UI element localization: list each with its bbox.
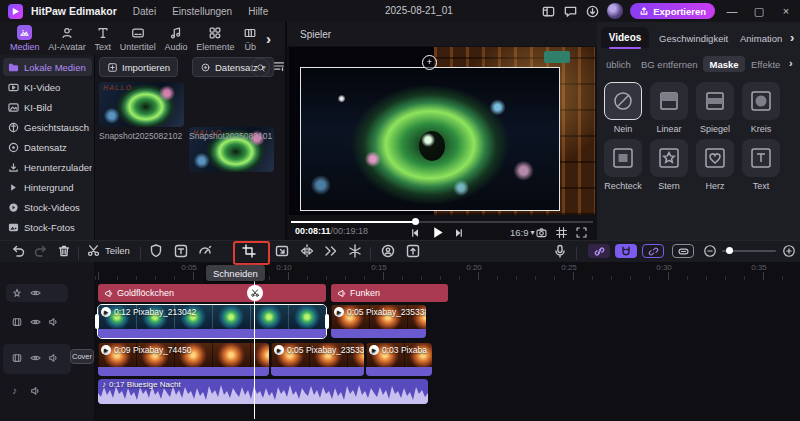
sidebar-item-gesichtstausch[interactable]: Gesichtstausch [3,118,92,136]
menu-hilfe[interactable]: Hilfe [242,6,274,17]
zoom-in-button[interactable] [782,244,796,258]
film-track-icon[interactable] [12,353,22,363]
speed-ramp-button[interactable] [323,243,339,259]
tab-medien[interactable]: Medien [10,25,40,52]
tab-geschwindigkeit[interactable]: Geschwindigkeit [659,33,728,44]
subtab-maske[interactable]: Maske [703,56,745,72]
subtab-bg-entfernen[interactable]: BG entfernen [641,59,698,70]
mask-option-herz[interactable] [696,139,734,177]
undo-button[interactable] [10,243,26,259]
sidebar-item-ki-video[interactable]: KI-Video [3,78,92,96]
next-frame-button[interactable] [453,227,465,239]
tab-ai-avatar[interactable]: AI-Avatar [48,26,85,52]
cover-button[interactable]: Cover [70,349,94,364]
download-icon[interactable] [585,4,600,19]
tab-videos[interactable]: Videos [601,27,649,48]
eye-icon[interactable] [30,353,41,363]
feedback-icon[interactable] [563,4,578,19]
subtab-ueblich[interactable]: üblich [606,59,631,70]
minimize-button[interactable]: — [722,5,742,17]
sidebar-item-datensatz[interactable]: Datensatz [3,138,92,156]
mask-option-rechteck[interactable] [604,139,642,177]
subtabs-chevron-icon[interactable]: › [789,57,793,69]
snapshot-icon[interactable] [535,226,548,239]
sidebar-item-herunterzuladen[interactable]: Herunterzuladen [3,158,92,176]
mute-track-icon[interactable] [48,353,58,363]
audio-clip[interactable]: ♪0:17 Bluesige Nacht [98,379,428,404]
text-tool-button[interactable] [173,243,189,259]
maximize-button[interactable]: ▢ [749,5,769,18]
tab-audio[interactable]: Audio [165,26,188,52]
close-button[interactable]: × [776,5,796,17]
sidebar-item-stock-videos[interactable]: Stock-Videos [3,198,92,216]
sidebar-item-hintergrund[interactable]: Hintergrund [3,178,92,196]
subtab-effekte[interactable]: Effekte [751,59,780,70]
mute-track-icon[interactable] [30,386,40,396]
layout-icon[interactable] [541,4,556,19]
pip-export-button[interactable] [274,243,290,259]
play-button[interactable] [430,225,445,240]
trim-handle-left[interactable] [95,314,99,329]
effect-clip-funken[interactable]: Funken [331,284,448,302]
speed-button[interactable] [197,243,213,259]
sidebar-item-ki-bild[interactable]: KI-Bild [3,98,92,116]
tab-uebergaenge[interactable]: Üb [243,26,257,52]
split-button[interactable]: Teilen [86,243,130,258]
tabbar-chevron-right-icon[interactable]: › [266,30,271,47]
tab-text[interactable]: Text [94,26,111,52]
grid-icon[interactable] [555,226,568,239]
sidebar-item-stock-fotos[interactable]: Stock-Fotos [3,218,92,236]
video-clip[interactable]: ▶0:05 Pixabay_235338 [271,343,364,376]
inspector-tabs-chevron-icon[interactable]: › [790,30,794,45]
clip-selection-box[interactable] [300,67,560,211]
aspect-ratio-dropdown[interactable]: 16:9▾ [510,227,535,238]
menu-datei[interactable]: Datei [127,6,162,17]
view-options-button[interactable] [272,59,286,73]
mask-option-spiegel[interactable] [696,82,734,120]
tab-elemente[interactable]: Elemente [196,26,234,52]
magnet-snap-toggle[interactable] [615,244,637,258]
split-cursor[interactable] [247,285,263,301]
face-tool-button[interactable] [380,243,396,259]
mask-option-linear[interactable] [650,82,688,120]
video-clip[interactable]: ▶0:05 Pixabay_235338 [331,305,426,338]
import-button[interactable]: Importieren [99,57,178,77]
trim-handle-right[interactable] [325,314,329,329]
menu-einstellungen[interactable]: Einstellungen [166,6,238,17]
effect-clip-goldfloeckchen[interactable]: Goldflöckchen [98,284,326,302]
flip-button[interactable] [299,243,315,259]
eye-icon[interactable] [30,288,41,298]
sidebar-item-lokale-medien[interactable]: Lokale Medien [3,58,92,76]
tab-untertitel[interactable]: Untertitel [120,26,156,52]
delete-button[interactable] [56,243,72,259]
track-view-toggle[interactable] [672,244,694,258]
mask-option-text[interactable] [742,139,780,177]
eye-icon[interactable] [30,317,41,327]
link-clips-toggle[interactable] [588,244,610,258]
media-thumb[interactable]: HALLO [99,82,184,127]
player-viewport[interactable]: + [289,47,595,215]
redo-button[interactable] [33,243,49,259]
avatar[interactable] [607,3,623,19]
video-clip[interactable]: ▶0:03 Pixaba [366,343,432,376]
tab-animation[interactable]: Animation [740,33,782,44]
extract-button[interactable] [405,243,421,259]
voiceover-mic-button[interactable] [552,243,568,259]
rotate-handle-icon[interactable]: + [422,55,437,70]
player-progress-handle[interactable] [412,218,419,225]
search-button[interactable] [251,58,270,77]
video-clip[interactable]: ▶0:12 Pixabay_213042 [98,305,326,338]
mask-option-kreis[interactable] [742,82,780,120]
effects-icon[interactable] [12,288,22,298]
mute-track-icon[interactable] [48,317,58,327]
export-button[interactable]: Exportieren [630,3,715,19]
unlink-toggle[interactable] [642,244,664,258]
fullscreen-icon[interactable] [575,226,588,239]
mask-option-stern[interactable] [650,139,688,177]
zoom-slider-handle[interactable] [726,247,733,254]
film-track-icon[interactable] [12,317,22,327]
prev-frame-button[interactable] [409,227,421,239]
freeze-frame-button[interactable] [347,243,363,259]
mask-option-nein[interactable] [604,82,642,120]
music-note-icon[interactable]: ♪ [12,385,17,396]
